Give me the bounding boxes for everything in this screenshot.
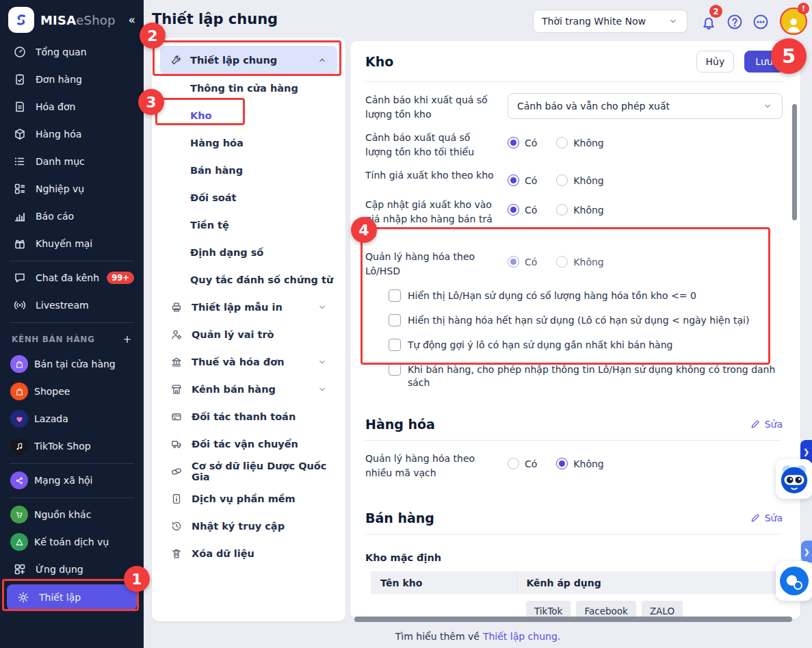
radio-option-co[interactable]: Có <box>508 204 537 216</box>
radio-option-co[interactable]: Có <box>508 174 537 186</box>
lot-checkbox-row[interactable]: Hiển thị Lô/Hạn sử dụng có số lượng hàng… <box>389 289 783 302</box>
sidebar-item-khuyen-mai[interactable]: Khuyến mại <box>0 230 144 257</box>
sidebar-item-thiet-lap[interactable]: Thiết lập <box>7 584 137 610</box>
sidebar-divider <box>10 497 134 498</box>
radio-label: Không <box>573 257 603 268</box>
vertical-scrollbar[interactable] <box>792 104 797 220</box>
radio-option-khong[interactable]: Không <box>556 458 603 469</box>
sidebar-item-mang-xa-hoi[interactable]: Mạng xã hội <box>0 467 144 494</box>
store-selector[interactable]: Thời trang White Now <box>533 10 687 33</box>
sidebar-item-ung-dung[interactable]: Ứng dụng <box>0 556 144 583</box>
sidebar-item-bao-cao[interactable]: Báo cáo <box>0 203 144 230</box>
chat-expand-tab[interactable]: ❯ <box>801 541 812 562</box>
sidebar-nav: Tổng quanĐơn hàngHóa đơnHàng hóaDanh mục… <box>0 38 144 610</box>
menu-sub-item-hang-hoa[interactable]: Hàng hóa <box>160 129 337 157</box>
add-channel-button[interactable] <box>122 334 133 345</box>
menu-item-doi-tac-van-chuyen[interactable]: Đối tác vận chuyển <box>160 430 337 458</box>
help-icon[interactable] <box>726 13 744 31</box>
horizontal-scrollbar[interactable] <box>354 617 792 622</box>
more-options-icon[interactable] <box>752 13 770 31</box>
menu-item-xoa-du-lieu[interactable]: Xóa dữ liệu <box>160 540 337 567</box>
save-button[interactable]: Lưu <box>744 51 784 73</box>
radio-selected[interactable] <box>508 137 519 148</box>
sidebar-item-don-hang[interactable]: Đơn hàng <box>0 66 144 93</box>
form-row-control: CóKhông <box>508 250 783 270</box>
checkbox-unchecked[interactable] <box>389 363 401 376</box>
radio-unselected[interactable] <box>556 137 568 148</box>
checkbox-unchecked[interactable] <box>389 314 401 326</box>
sidebar-item-shopee[interactable]: Shopee <box>0 378 144 405</box>
radio-unselected[interactable] <box>556 256 568 268</box>
menu-sub-item-dinh-dang-so[interactable]: Định dạng số <box>160 239 337 266</box>
radio-option-co[interactable]: Có <box>508 137 537 148</box>
sidebar-item-danh-muc[interactable]: Danh mục <box>0 148 144 175</box>
radio-option-co[interactable]: Có <box>508 256 537 268</box>
wrench-icon <box>170 54 182 66</box>
sidebar-collapse-icon[interactable]: « <box>129 13 135 27</box>
lot-checkbox-row[interactable]: Tự động gợi ý lô có hạn sử dụng gần nhất… <box>389 339 783 352</box>
hang-hoa-edit-link[interactable]: Sửa <box>750 419 783 430</box>
menu-sub-item-doi-soat[interactable]: Đối soát <box>160 184 337 211</box>
sidebar-item-lazada[interactable]: Lazada <box>0 405 144 432</box>
radio-selected[interactable] <box>508 256 519 268</box>
sidebar-item-nghiep-vu[interactable]: Nghiệp vụ <box>0 175 144 203</box>
nguon-khac-channel-icon <box>10 506 28 523</box>
header-actions: Hủy Lưu <box>696 51 784 73</box>
sidebar-item-tong-quan[interactable]: Tổng quan <box>0 38 144 66</box>
sidebar-item-hang-hoa[interactable]: Hàng hóa <box>0 120 144 148</box>
checkbox-unchecked[interactable] <box>389 289 401 302</box>
cancel-button[interactable]: Hủy <box>696 51 734 73</box>
menu-item-nhat-ky-truy-cap[interactable]: Nhật ký truy cập <box>160 513 337 540</box>
sidebar-item-livestream[interactable]: Livestream <box>0 291 144 319</box>
support-chat-widget[interactable] <box>776 561 812 601</box>
brand-row: MISAeShop « <box>0 0 144 38</box>
menu-sub-item-kho[interactable]: Kho <box>160 102 337 129</box>
panda-assistant-widget[interactable] <box>776 459 812 499</box>
radio-option-khong[interactable]: Không <box>556 256 603 268</box>
menu-item-doi-tac-thanh-toan[interactable]: Đối tác thanh toán <box>160 403 337 430</box>
chat-count-badge: 99+ <box>107 272 134 284</box>
menu-item-thiet-lap-chung[interactable]: Thiết lập chung <box>160 46 337 75</box>
menu-item-dich-vu-phan-mem[interactable]: Dịch vụ phần mềm <box>160 485 337 513</box>
radio-unselected[interactable] <box>556 204 568 216</box>
radio-option-khong[interactable]: Không <box>556 174 603 186</box>
sidebar-item-ke-toan-dich-vu[interactable]: Kế toán dịch vụ <box>0 528 144 556</box>
printer-icon <box>170 301 183 313</box>
checkbox-unchecked[interactable] <box>389 339 401 351</box>
menu-item-thue-va-hoa-don[interactable]: Thuế và hóa đơn <box>160 348 337 376</box>
radio-group: CóKhông <box>508 257 623 270</box>
menu-item-co-so-du-lieu-duoc-quoc-gia[interactable]: Cơ sở dữ liệu Dược Quốc Gia <box>160 458 337 485</box>
lot-checkbox-row[interactable]: Hiển thị hàng hóa hết hạn sử dụng (Lô có… <box>389 314 783 327</box>
radio-unselected[interactable] <box>508 458 519 469</box>
main-panel: Kho Hủy Lưu Cảnh báo khi xuất quá số lượ… <box>350 41 800 619</box>
sidebar-item-ban-tai-cua-hang[interactable]: Bán tại cửa hàng <box>0 350 144 378</box>
settings-menu-panel: Thiết lập chung Thông tin cửa hàngKhoHàn… <box>152 38 345 621</box>
sidebar-item-tiktok-shop[interactable]: TikTok Shop <box>0 432 144 460</box>
ban-hang-edit-link[interactable]: Sửa <box>750 513 783 523</box>
notification-count-badge: 2 <box>709 5 722 18</box>
radio-option-khong[interactable]: Không <box>556 204 603 216</box>
radio-option-khong[interactable]: Không <box>556 137 603 148</box>
menu-sub-item-quy-tac-danh-so-chung-tu[interactable]: Quy tắc đánh số chứng từ <box>160 266 337 294</box>
menu-sub-item-tien-te[interactable]: Tiền tệ <box>160 211 337 239</box>
sidebar-item-chat-da-kenh[interactable]: Chat đa kênh99+ <box>0 264 144 291</box>
sidebar-item-hoa-don[interactable]: Hóa đơn <box>0 93 144 120</box>
sidebar-item-nguon-khac[interactable]: Nguồn khác <box>0 501 144 528</box>
select-canh-bao-khi-xuat-qua-so-luong[interactable]: Cảnh báo và vẫn cho phép xuất <box>508 93 783 119</box>
user-role-icon <box>170 328 183 341</box>
menu-item-thiet-lap-mau-in[interactable]: Thiết lập mẫu in <box>160 294 337 321</box>
menu-item-quan-ly-vai-tro[interactable]: Quản lý vai trò <box>160 321 337 348</box>
chevron-down-icon <box>668 16 679 27</box>
menu-sub-item-thong-tin-cua-hang[interactable]: Thông tin cửa hàng <box>160 75 337 102</box>
radio-selected[interactable] <box>508 174 519 186</box>
radio-unselected[interactable] <box>556 174 568 186</box>
menu-sub-item-ban-hang[interactable]: Bán hàng <box>160 157 337 184</box>
footer-settings-link[interactable]: Thiết lập chung. <box>483 631 560 642</box>
menu-item-kenh-ban-hang[interactable]: Kênh bán hàng <box>160 376 337 403</box>
radio-selected[interactable] <box>556 458 568 469</box>
gauge-icon <box>12 45 28 59</box>
kho-form-rows: Cảnh báo khi xuất quá số lượng tồn khoCả… <box>365 93 783 278</box>
radio-option-co[interactable]: Có <box>508 458 537 469</box>
radio-selected[interactable] <box>508 204 519 216</box>
lot-checkbox-row[interactable]: Khi bán hàng, cho phép nhập thông tin Lô… <box>389 363 783 389</box>
